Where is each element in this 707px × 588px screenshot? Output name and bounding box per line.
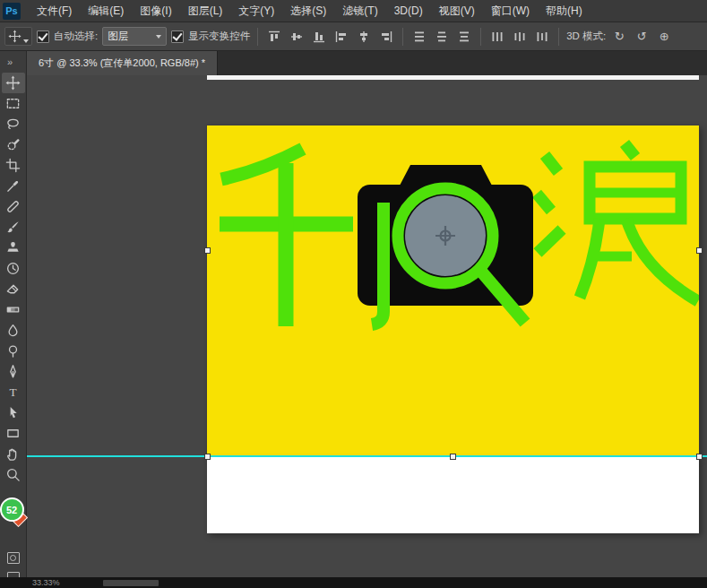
rectangle-shape-tool[interactable] [2,423,25,444]
menu-3d[interactable]: 3D(D) [386,0,431,22]
guide-line[interactable] [27,455,707,457]
eraser-icon [5,281,21,297]
blur-drop-icon [5,323,21,338]
char-qian [220,149,353,326]
menu-bar: Ps 文件(F) 编辑(E) 图像(I) 图层(L) 文字(Y) 选择(S) 滤… [0,0,707,22]
dodge-tool[interactable] [2,341,25,361]
align-top-button[interactable] [265,27,283,47]
menu-layer[interactable]: 图层(L) [180,0,231,22]
color-swatches: 52 [0,497,27,544]
menu-select[interactable]: 选择(S) [282,0,334,22]
distribute-horizontal-center-button[interactable] [511,27,529,47]
zoom-tool[interactable] [2,464,25,485]
quick-selection-tool[interactable] [2,134,25,155]
eraser-tool[interactable] [2,279,25,299]
brush-icon [5,220,21,235]
rectangular-marquee-tool[interactable] [2,93,25,114]
align-left-icon [334,30,349,44]
distribute-left-button[interactable] [488,27,506,47]
move-tool[interactable] [2,73,25,93]
spot-healing-brush-tool[interactable] [2,196,25,217]
lasso-tool[interactable] [2,114,25,134]
3d-roll-icon[interactable]: ↺ [633,27,651,47]
menu-window[interactable]: 窗口(W) [483,0,538,22]
transform-handle-bottom-left[interactable] [204,454,211,460]
yellow-layer[interactable]: 千 浪 [207,125,699,457]
3d-rotate-icon[interactable]: ↻ [610,27,628,47]
auto-select-target-dropdown[interactable]: 图层 [102,27,167,46]
menu-filter[interactable]: 滤镜(T) [334,0,385,22]
status-segment [103,580,159,586]
distribute-bottom-button[interactable] [455,27,473,47]
history-brush-tool[interactable] [2,258,25,279]
document-tab[interactable]: 6寸 @ 33.3% (宣传单2000, RGB/8#) * [27,51,218,75]
distribute-top-icon [412,30,427,44]
distribute-horizontal-center-icon [513,30,527,44]
path-selection-tool[interactable] [2,402,25,423]
distribute-left-icon [490,30,504,44]
distribute-bottom-icon [457,30,471,44]
gradient-tool[interactable] [2,299,25,320]
document-white-area[interactable] [207,457,699,533]
auto-select-label: 自动选择: [54,30,98,43]
distribute-vertical-center-button[interactable] [433,27,451,47]
chevron-down-icon [23,39,29,43]
3d-pan-icon[interactable]: ⊕ [655,27,673,47]
tool-preset-picker[interactable] [4,27,32,46]
foreground-color-swatch[interactable]: 52 [0,497,24,522]
transform-handle-right[interactable] [696,247,703,254]
pen-icon [5,364,21,379]
show-transform-checkbox[interactable] [171,30,184,43]
type-tool[interactable]: T [2,382,25,402]
path-selection-icon [5,405,21,420]
align-right-button[interactable] [377,27,395,47]
distribute-right-button[interactable] [533,27,551,47]
crop-tool[interactable] [2,155,25,176]
clone-stamp-icon [5,240,21,255]
quick-selection-icon [5,137,21,152]
menu-image[interactable]: 图像(I) [132,0,179,22]
history-brush-icon [5,261,21,276]
brush-tool[interactable] [2,217,25,238]
hand-tool[interactable] [2,444,25,464]
auto-select-checkbox[interactable] [37,30,49,43]
gradient-icon [5,302,21,317]
auto-select-target-value: 图层 [108,30,128,43]
align-horizontal-center-button[interactable] [355,27,373,47]
menu-file[interactable]: 文件(F) [29,0,80,22]
hand-icon [5,446,21,462]
lasso-icon [5,117,21,132]
eyedropper-icon [5,178,21,194]
align-top-icon [267,30,281,44]
clone-stamp-tool[interactable] [2,238,25,258]
zoom-level[interactable]: 33.33% [32,578,60,587]
distribute-top-button[interactable] [410,27,428,47]
transform-handle-left[interactable] [204,247,211,254]
align-vertical-center-button[interactable] [288,27,306,47]
align-left-button[interactable] [332,27,350,47]
transform-handle-bottom-right[interactable] [696,454,703,460]
menu-edit[interactable]: 编辑(E) [80,0,132,22]
document-tab-bar: 6寸 @ 33.3% (宣传单2000, RGB/8#) * [27,51,707,75]
toolbar-collapse-button[interactable]: » [0,51,13,73]
blur-tool[interactable] [2,320,25,341]
photoshop-logo-icon: Ps [3,3,21,20]
menu-help[interactable]: 帮助(H) [538,0,591,22]
pen-tool[interactable] [2,361,25,382]
menu-type[interactable]: 文字(Y) [230,0,282,22]
transform-handle-bottom-center[interactable] [450,454,456,460]
document-canvas[interactable]: 千 浪 [27,75,707,577]
eyedropper-tool[interactable] [2,176,25,196]
document-top-edge [207,75,699,80]
rectangle-shape-icon [5,426,21,441]
menu-view[interactable]: 视图(V) [431,0,483,22]
healing-brush-icon [5,199,21,214]
dodge-icon [5,343,21,359]
separator [558,28,559,46]
align-bottom-button[interactable] [310,27,328,47]
move-tool-icon [5,75,21,91]
photoshop-window: Ps 文件(F) 编辑(E) 图像(I) 图层(L) 文字(Y) 选择(S) 滤… [0,0,707,588]
quick-mask-button[interactable] [7,552,20,564]
svg-text:T: T [9,385,16,399]
crop-icon [5,158,21,173]
